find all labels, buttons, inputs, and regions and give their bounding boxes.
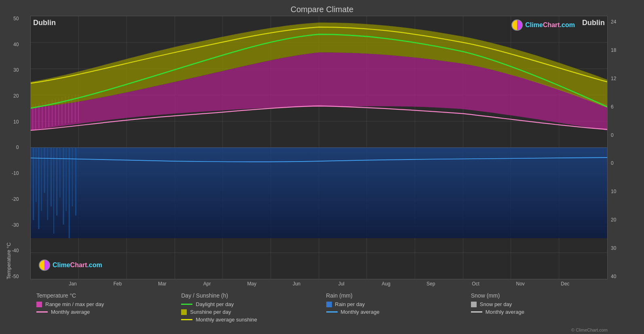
svg-rect-25 bbox=[44, 148, 45, 193]
city-label-right: Dublin bbox=[582, 19, 605, 27]
x-label-dec: Dec bbox=[549, 281, 581, 287]
legend-label-temp-avg: Monthly average bbox=[51, 309, 90, 315]
legend-area: Temperature °C Range min / max per day M… bbox=[0, 287, 644, 328]
legend-line-sunshine-avg bbox=[181, 319, 192, 320]
legend-item-temp-avg: Monthly average bbox=[36, 309, 173, 315]
legend-label-sunshine-avg: Monthly average sunshine bbox=[196, 317, 257, 323]
x-label-may: May bbox=[236, 281, 268, 287]
chart-area: Temperature °C 50 40 30 20 10 0 -10 -20 … bbox=[0, 16, 644, 279]
legend-label-snow-avg: Monthly average bbox=[486, 309, 524, 315]
legend-item-sunshine-avg: Monthly average sunshine bbox=[181, 317, 318, 323]
legend-item-daylight: Daylight per day bbox=[181, 301, 318, 307]
x-label-oct: Oct bbox=[459, 281, 492, 287]
legend-label-snow-per-day: Snow per day bbox=[480, 301, 512, 307]
legend-line-snow-avg bbox=[471, 311, 482, 313]
chart-svg bbox=[31, 16, 607, 279]
logo-bottom-left: ClimeChart.com bbox=[39, 260, 102, 271]
logo-text-top: ClimeChart.com bbox=[525, 21, 575, 29]
svg-rect-32 bbox=[66, 148, 67, 211]
legend-label-sunshine: Sunshine per day bbox=[190, 309, 231, 315]
legend-title-snow: Snow (mm) bbox=[471, 292, 608, 299]
chart-title: Compare Climate bbox=[0, 0, 644, 16]
x-label-aug: Aug bbox=[370, 281, 402, 287]
x-label-jan: Jan bbox=[57, 281, 89, 287]
legend-label-rain: Rain per day bbox=[335, 301, 365, 307]
x-label-sep: Sep bbox=[415, 281, 447, 287]
legend-group-snow: Snow (mm) Snow per day Monthly average bbox=[467, 292, 612, 324]
main-container: Compare Climate Temperature °C 50 40 30 … bbox=[0, 0, 644, 334]
svg-rect-30 bbox=[59, 148, 60, 198]
legend-title-temperature: Temperature °C bbox=[36, 292, 173, 299]
legend-line-temp-avg bbox=[36, 311, 48, 313]
legend-color-temp-range bbox=[36, 302, 42, 307]
svg-rect-22 bbox=[36, 148, 36, 202]
city-label-left: Dublin bbox=[33, 19, 56, 27]
svg-rect-29 bbox=[56, 148, 57, 216]
logo-icon bbox=[511, 19, 523, 31]
legend-group-rain: Rain (mm) Rain per day Monthly average bbox=[322, 292, 467, 324]
legend-item-rain-avg: Monthly average bbox=[326, 309, 463, 315]
x-label-jul: Jul bbox=[325, 281, 357, 287]
legend-line-rain-avg bbox=[326, 311, 338, 313]
x-label-mar: Mar bbox=[146, 281, 178, 287]
svg-rect-31 bbox=[63, 148, 64, 225]
svg-rect-28 bbox=[53, 148, 54, 234]
chart-plot: Dublin Dublin ClimeChart.com ClimeChart.… bbox=[30, 16, 608, 279]
x-label-nov: Nov bbox=[504, 281, 536, 287]
svg-rect-35 bbox=[75, 148, 76, 216]
legend-label-temp-range: Range min / max per day bbox=[45, 301, 104, 307]
x-label-feb: Feb bbox=[101, 281, 134, 287]
legend-item-rain-bar: Rain per day bbox=[326, 301, 463, 307]
svg-rect-24 bbox=[41, 148, 42, 211]
svg-rect-33 bbox=[69, 148, 70, 238]
svg-rect-23 bbox=[38, 148, 39, 229]
legend-label-rain-avg: Monthly average bbox=[341, 309, 380, 315]
logo-icon-bottom bbox=[39, 260, 50, 271]
x-axis-labels: Jan Feb Mar Apr May Jun Jul Aug Sep Oct … bbox=[0, 279, 644, 287]
logo-text-bottom: ClimeChart.com bbox=[53, 262, 102, 269]
y-axis-right: 24 18 12 6 0 0 10 20 30 40 Day / Sunshin… bbox=[608, 16, 640, 279]
legend-color-snow bbox=[471, 302, 477, 307]
legend-group-sunshine: Day / Sunshine (h) Daylight per day Suns… bbox=[177, 292, 322, 324]
logo-top-right: ClimeChart.com bbox=[511, 19, 575, 31]
legend-label-daylight: Daylight per day bbox=[196, 301, 234, 307]
legend-item-temp-range: Range min / max per day bbox=[36, 301, 173, 307]
legend-color-rain bbox=[326, 302, 332, 307]
y-axis-left-labels: 50 40 30 20 10 0 -10 -20 -30 -40 -50 bbox=[12, 16, 22, 279]
legend-title-rain: Rain (mm) bbox=[326, 292, 463, 299]
legend-line-daylight bbox=[181, 304, 192, 305]
x-label-apr: Apr bbox=[191, 281, 223, 287]
x-label-jun: Jun bbox=[281, 281, 313, 287]
legend-item-snow-avg: Monthly average bbox=[471, 309, 608, 315]
y-axis-left-title: Temperature °C bbox=[4, 16, 12, 279]
svg-rect-21 bbox=[33, 148, 34, 220]
legend-group-temperature: Temperature °C Range min / max per day M… bbox=[32, 292, 177, 324]
copyright: © ClimeChart.com bbox=[0, 328, 644, 334]
svg-rect-34 bbox=[72, 148, 73, 206]
legend-item-sunshine-bar: Sunshine per day bbox=[181, 309, 318, 315]
svg-rect-27 bbox=[51, 148, 52, 206]
legend-item-snow-bar: Snow per day bbox=[471, 301, 608, 307]
legend-title-sunshine: Day / Sunshine (h) bbox=[181, 292, 318, 299]
legend-color-sunshine bbox=[181, 309, 187, 315]
